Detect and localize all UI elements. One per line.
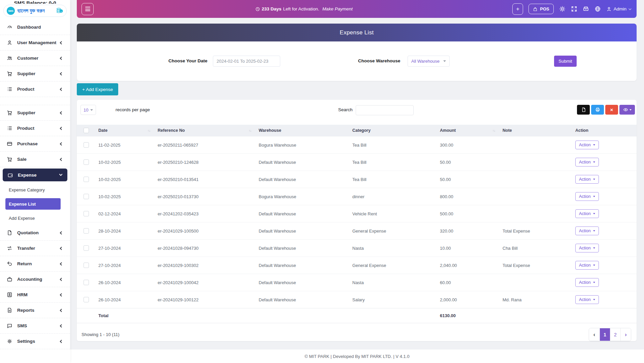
submit-button[interactable]: Submit bbox=[554, 56, 577, 67]
row-action-button[interactable]: Action bbox=[575, 295, 599, 304]
row-action-button[interactable]: Action bbox=[575, 141, 599, 149]
admin-menu[interactable]: Admin bbox=[606, 6, 631, 12]
row-action-button[interactable]: Action bbox=[575, 192, 599, 201]
sidebar-item-sale[interactable]: Sale bbox=[0, 152, 70, 167]
row-checkbox[interactable] bbox=[84, 211, 89, 216]
chevron-left-icon bbox=[60, 57, 63, 60]
sidebar-item-label: Expense bbox=[18, 173, 37, 178]
cell-note bbox=[500, 188, 573, 205]
add-expense-button[interactable]: + Add Expense bbox=[77, 83, 118, 95]
cell-date: 10-02-2025 bbox=[96, 171, 155, 188]
cell-warehouse: Default Warehouse bbox=[256, 291, 350, 308]
warehouse-select[interactable]: All Warehouse bbox=[408, 56, 450, 67]
column-header-amount[interactable]: Amount bbox=[440, 128, 456, 133]
cell-reference: er-20241028-094730 bbox=[155, 240, 256, 257]
row-action-button[interactable]: Action bbox=[575, 158, 599, 167]
records-per-page-label: records per page bbox=[116, 107, 150, 112]
date-range-input[interactable] bbox=[213, 56, 280, 67]
sidebar: SMS Balance: 0-0 SMS ব্যালেন্স যুক্ত করু… bbox=[0, 0, 70, 363]
sidebar-item-label: Supplier bbox=[17, 71, 35, 76]
fullscreen-icon[interactable] bbox=[571, 6, 577, 12]
add-balance-button[interactable]: SMS ব্যালেন্স যুক্ত করুন ৳ bbox=[3, 5, 67, 17]
sidebar-item-sms[interactable]: SMS bbox=[0, 318, 70, 334]
clear-filter-button[interactable]: × bbox=[605, 105, 618, 115]
row-action-button[interactable]: Action bbox=[575, 278, 599, 287]
cell-category: Tea Bill bbox=[350, 154, 437, 171]
row-checkbox[interactable] bbox=[84, 297, 89, 302]
row-checkbox[interactable] bbox=[84, 142, 89, 148]
chevron-left-icon bbox=[60, 142, 63, 146]
row-action-button[interactable]: Action bbox=[575, 226, 599, 235]
sort-icon[interactable]: ↑↓ bbox=[249, 129, 251, 132]
chat-bubble-icon bbox=[7, 323, 12, 329]
column-header-category[interactable]: Category bbox=[352, 128, 371, 133]
make-payment-link[interactable]: Make Payment bbox=[322, 6, 353, 11]
select-all-checkbox[interactable] bbox=[84, 128, 89, 133]
sidebar-item-product-2[interactable]: Product bbox=[0, 121, 70, 136]
sidebar-item-supplier[interactable]: Supplier bbox=[0, 66, 70, 82]
sidebar-item-product[interactable]: Product bbox=[0, 82, 70, 97]
row-action-button[interactable]: Action bbox=[575, 175, 599, 184]
column-header-date[interactable]: Date bbox=[98, 128, 107, 133]
column-header-reference[interactable]: Reference No bbox=[158, 128, 185, 133]
cell-date: 28-10-2024 bbox=[96, 222, 155, 240]
search-input[interactable] bbox=[356, 105, 414, 115]
row-checkbox[interactable] bbox=[84, 228, 89, 234]
globe-icon[interactable] bbox=[594, 6, 601, 12]
sidebar-item-settings[interactable]: Settings bbox=[0, 334, 70, 349]
pagination-page-1[interactable]: 1 bbox=[600, 328, 610, 341]
row-checkbox[interactable] bbox=[84, 194, 89, 199]
sidebar-item-hrm[interactable]: HRM bbox=[0, 287, 70, 303]
quick-add-button[interactable]: + bbox=[512, 3, 523, 15]
clock-icon bbox=[255, 7, 260, 11]
cell-category: Tea Bill bbox=[350, 137, 437, 154]
chevron-left-icon bbox=[60, 158, 63, 161]
cell-warehouse: Default Warehouse bbox=[256, 205, 350, 222]
submenu-item-expense-list[interactable]: Expense List bbox=[5, 198, 61, 210]
submenu-item-add-expense[interactable]: Add Expense bbox=[0, 211, 70, 225]
sidebar-item-reports[interactable]: Reports bbox=[0, 303, 70, 318]
sidebar-item-quotation[interactable]: Quotation bbox=[0, 225, 70, 241]
row-checkbox[interactable] bbox=[84, 245, 89, 251]
hamburger-menu-button[interactable] bbox=[82, 3, 94, 15]
cell-date: 26-10-2024 bbox=[96, 291, 155, 308]
row-checkbox[interactable] bbox=[84, 263, 89, 268]
sidebar-nav: Dashboard User Management Customer Suppl… bbox=[0, 20, 70, 349]
sidebar-item-accounting[interactable]: Accounting bbox=[0, 272, 70, 287]
sidebar-item-customer[interactable]: Customer bbox=[0, 51, 70, 66]
theme-sun-icon[interactable] bbox=[559, 6, 566, 12]
cash-drawer-icon[interactable] bbox=[583, 6, 589, 12]
pos-button[interactable]: POS bbox=[528, 4, 553, 14]
sidebar-item-supplier-2[interactable]: Supplier bbox=[0, 105, 70, 121]
row-checkbox[interactable] bbox=[84, 177, 89, 182]
export-csv-button[interactable] bbox=[577, 105, 590, 115]
sidebar-item-label: Settings bbox=[17, 339, 35, 344]
sidebar-item-user-management[interactable]: User Management bbox=[0, 35, 70, 51]
sidebar-item-expense[interactable]: Expense bbox=[3, 169, 67, 181]
chevron-down-icon bbox=[630, 109, 632, 111]
row-checkbox[interactable] bbox=[84, 159, 89, 165]
column-visibility-button[interactable] bbox=[619, 105, 635, 115]
row-action-button[interactable]: Action bbox=[575, 261, 599, 270]
cell-note: Total Expense bbox=[500, 257, 573, 274]
sidebar-item-purchase[interactable]: Purchase bbox=[0, 136, 70, 152]
row-action-button[interactable]: Action bbox=[575, 244, 599, 252]
print-button[interactable] bbox=[591, 105, 604, 115]
pagination-prev-button[interactable]: ‹ bbox=[589, 328, 600, 341]
submenu-item-expense-category[interactable]: Expense Category bbox=[0, 183, 70, 197]
column-header-warehouse[interactable]: Warehouse bbox=[259, 128, 281, 133]
row-action-button[interactable]: Action bbox=[575, 209, 599, 218]
cell-amount: 320.00 bbox=[437, 222, 500, 240]
row-checkbox[interactable] bbox=[84, 280, 89, 285]
sidebar-item-dashboard[interactable]: Dashboard bbox=[0, 20, 70, 35]
chevron-down-icon bbox=[443, 60, 446, 62]
sort-icon[interactable]: ↑↓ bbox=[492, 129, 495, 132]
sidebar-item-transfer[interactable]: Transfer bbox=[0, 241, 70, 256]
pagination-next-button[interactable]: › bbox=[620, 328, 631, 341]
sidebar-item-return[interactable]: Return bbox=[0, 256, 70, 272]
sidebar-item-label: SMS bbox=[17, 323, 27, 328]
pagination-page-2[interactable]: 2 bbox=[610, 328, 620, 341]
page-size-select[interactable]: 10 bbox=[80, 105, 96, 115]
sort-icon[interactable]: ↑↓ bbox=[148, 129, 150, 132]
sidebar-section-gap bbox=[0, 97, 70, 105]
